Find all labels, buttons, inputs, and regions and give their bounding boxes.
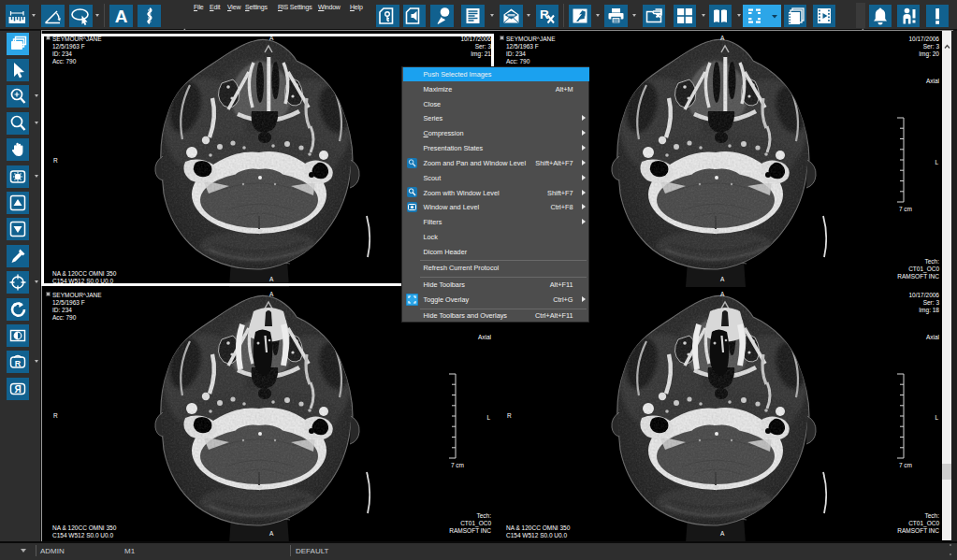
svg-text:Я: Я: [14, 384, 21, 395]
svg-text:A: A: [115, 7, 128, 26]
svg-text:R: R: [15, 359, 22, 368]
svg-text:R: R: [540, 7, 549, 22]
